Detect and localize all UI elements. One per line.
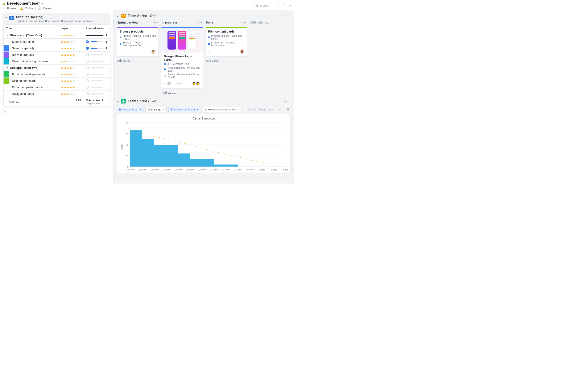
row-title[interactable]: Search capability	[12, 47, 34, 50]
row-title[interactable]: Enhanced performance	[12, 86, 43, 89]
chevron-down-icon[interactable]: ▾	[42, 2, 43, 5]
add-card-button[interactable]: Add card...	[117, 58, 159, 63]
impact-stars[interactable]: ★★★★★	[61, 40, 76, 43]
more-icon[interactable]: •••	[154, 21, 158, 24]
row-title[interactable]: Rich content cards	[12, 79, 36, 83]
list-icon	[9, 16, 14, 20]
vote-toggle[interactable]	[86, 92, 89, 95]
impact-stars[interactable]: ★★★★★	[61, 33, 76, 37]
col-header-impact[interactable]: Impact	[58, 25, 84, 32]
add-row-button[interactable]: Add row	[4, 97, 58, 106]
vote-toggle[interactable]	[86, 53, 89, 56]
row-title[interactable]: Browse products	[12, 53, 34, 57]
favourite-icon[interactable]	[2, 7, 5, 10]
table-row[interactable]: Design iPhone login screen★★★★★	[4, 58, 110, 65]
vote-toggle[interactable]	[86, 73, 89, 76]
board-title[interactable]: Development team	[7, 1, 41, 6]
more-icon[interactable]: •••	[243, 21, 247, 24]
card-relation[interactable]: Q2 - Milestone Plan	[164, 63, 200, 66]
column-title[interactable]: Done	[206, 21, 213, 24]
row-title[interactable]: Navigation panel	[12, 92, 34, 96]
expand-icon[interactable]: ▼	[6, 67, 8, 69]
kanban-card[interactable]: Rich content cardsProduct Backlog - Web …	[205, 27, 247, 57]
comment-count[interactable]: 3	[168, 82, 172, 85]
kanban-card[interactable]: Design iPhone login screenQ2 - Milestone…	[161, 27, 203, 88]
column-title[interactable]: Sprint backlog	[117, 21, 138, 24]
undo-icon	[279, 108, 281, 111]
collapse-icon[interactable]: ▼	[5, 17, 7, 19]
card-relation[interactable]: In progress - Product Developmen…	[208, 41, 245, 47]
impact-stars[interactable]: ★★★★★	[61, 86, 76, 89]
expand-icon[interactable]: ▼	[6, 34, 8, 37]
svg-text:20. Nov: 20. Nov	[186, 169, 194, 171]
impact-stars[interactable]: ★★★★★	[61, 79, 76, 83]
search-input[interactable]: Search	[253, 3, 280, 8]
vote-toggle[interactable]	[86, 86, 89, 89]
more-icon[interactable]: •••	[284, 100, 291, 103]
impact-stars[interactable]: ★★★★★	[61, 73, 76, 76]
table-row[interactable]: Rich content cards★★★★★	[4, 78, 110, 84]
follow-label[interactable]: Follow	[25, 7, 33, 10]
table-row[interactable]: ▼iPhone app (Team One)★★★★★2	[4, 32, 110, 39]
card-relation[interactable]: Blocked - Product Development Te…	[119, 41, 156, 47]
table-row[interactable]: ▼Web app (Team Two)★★★★★	[4, 65, 110, 71]
panel-toggle-icon[interactable]	[282, 4, 286, 8]
row-title[interactable]: Slack Integration	[12, 40, 34, 43]
card-relation[interactable]: Product Backlog - iPhone app (Tea…	[119, 34, 156, 40]
card-relation[interactable]: Product Development Team One K…	[164, 73, 200, 79]
vote-toggle[interactable]	[86, 66, 89, 69]
add-card-button[interactable]: Add card...	[205, 58, 247, 63]
private-label[interactable]: Private	[7, 7, 16, 10]
add-column-button[interactable]: Add column...	[250, 20, 291, 25]
row-title[interactable]: iPhone app (Team One)	[9, 33, 42, 37]
kanban-card[interactable]: Browse productsProduct Backlog - iPhone …	[117, 27, 159, 57]
avatar[interactable]: 👨	[195, 81, 200, 86]
col-header-votes[interactable]: Internal votes	[84, 25, 110, 32]
add-card-button[interactable]: Add card...	[161, 90, 203, 95]
impact-stars[interactable]: ★★★★★	[61, 60, 76, 63]
row-title[interactable]: Design iPhone login screen	[12, 60, 48, 63]
row-title[interactable]: Web app (Team Two)	[9, 66, 38, 69]
table-row[interactable]: Front carousel spinner with …★★★★★	[4, 71, 110, 78]
table-row[interactable]: Search capability★★★★★1	[4, 45, 110, 52]
table-row[interactable]: Enhanced performance★★★★★	[4, 84, 110, 91]
vote-toggle[interactable]	[86, 47, 89, 50]
chart-type-select[interactable]: Burndown chart▼	[117, 107, 144, 112]
vote-toggle[interactable]	[86, 60, 89, 63]
checklist-count[interactable]: 4/9	[175, 82, 181, 85]
table-row[interactable]: Navigation panel★★★★★	[4, 91, 110, 97]
create-label[interactable]: Create	[43, 7, 51, 10]
collapse-icon[interactable]: ▼	[117, 101, 119, 103]
ideal-line-select[interactable]: Show ideal burndown line▼	[203, 107, 241, 112]
save-view-button[interactable]: Save to "Charts" view	[245, 107, 275, 112]
more-icon[interactable]: •••	[198, 21, 203, 24]
impact-stars[interactable]: ★★★★★	[61, 66, 76, 69]
impact-stars[interactable]: ★★★★★	[61, 92, 76, 96]
settings-button[interactable]	[285, 107, 291, 112]
sprint-two-title[interactable]: Team Sprint - Two	[128, 99, 281, 103]
more-icon[interactable]: •••	[284, 14, 291, 18]
more-icon[interactable]: •••	[104, 15, 108, 19]
vote-toggle[interactable]	[86, 40, 89, 43]
date-range-select[interactable]: Date range▼	[145, 107, 167, 112]
vote-toggle[interactable]	[86, 79, 89, 82]
impact-stars[interactable]: ★★★★★	[61, 47, 76, 50]
collapse-icon[interactable]: ▼	[117, 16, 119, 18]
impact-stars[interactable]: ★★★★★	[61, 53, 76, 57]
card-relation[interactable]: Product Backlog - iPhone app (Tea…	[164, 66, 200, 72]
table-row[interactable]: Slack Integration★★★★★1	[4, 39, 110, 45]
col-header-title[interactable]: Title	[4, 25, 58, 32]
avatar[interactable]: 👩‍🦰	[239, 49, 244, 54]
sprint-one-title[interactable]: Team Sprint - One	[128, 14, 281, 18]
undo-button[interactable]	[277, 107, 283, 112]
burndown-by-select[interactable]: Burndown by: Cards▼	[168, 107, 201, 112]
column-title[interactable]: In progress	[162, 21, 178, 24]
card-relation[interactable]: Product Backlog - Web app (Team …	[208, 34, 245, 40]
activity-icon[interactable]	[288, 4, 291, 8]
row-title[interactable]: Front carousel spinner with …	[12, 73, 51, 76]
table-row[interactable]: Browse products★★★★★	[4, 52, 110, 58]
backlog-title[interactable]: Product Backlog	[16, 15, 102, 19]
avatar[interactable]: 👨‍💼	[151, 49, 156, 54]
plus-circle-icon[interactable]	[38, 7, 41, 10]
add-widget-button[interactable]	[2, 108, 8, 114]
